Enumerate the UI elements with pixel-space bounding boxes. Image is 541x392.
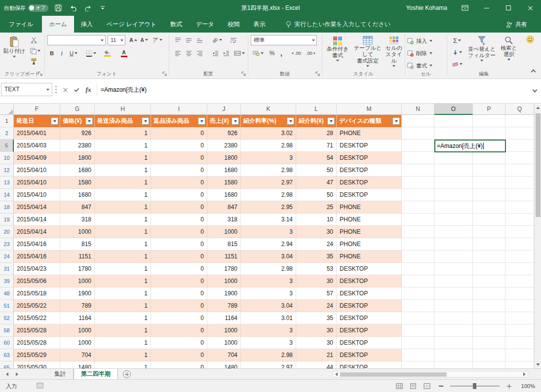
row-header-20[interactable]: 20 — [0, 226, 14, 238]
cell-J31[interactable]: 1780 — [207, 263, 241, 275]
cell-O2[interactable] — [434, 127, 473, 140]
cell-M10[interactable]: DESKTOP — [337, 152, 402, 164]
cell-H18[interactable]: 1 — [95, 201, 151, 214]
cell-K19[interactable]: 3.14 — [241, 214, 296, 226]
cell-P20[interactable] — [473, 226, 505, 238]
cell-F14[interactable]: 2015/04/10 — [14, 189, 60, 201]
cell-J2[interactable]: 926 — [207, 127, 241, 140]
row-header-60[interactable]: 60 — [0, 337, 14, 349]
row-header-2[interactable]: 2 — [0, 127, 14, 140]
font-name-combo[interactable] — [47, 35, 106, 45]
cell-G52[interactable]: 1164 — [60, 312, 95, 324]
cell-styles-button[interactable]: セルの スタイル — [384, 34, 404, 76]
cell-J51[interactable]: 789 — [207, 300, 241, 312]
cell-Q60[interactable] — [505, 337, 534, 349]
insert-function-button[interactable]: fx — [83, 84, 94, 95]
view-normal-button[interactable] — [395, 382, 404, 391]
row-header-39[interactable]: 39 — [0, 275, 14, 287]
filter-button-L1[interactable] — [327, 117, 335, 125]
cell-I52[interactable]: 0 — [151, 312, 207, 324]
cell-F23[interactable]: 2015/04/16 — [14, 238, 60, 250]
redo-button[interactable] — [83, 2, 93, 14]
format-painter-button[interactable] — [28, 57, 39, 67]
maximize-button[interactable] — [498, 0, 519, 16]
cell-M39[interactable]: DESKTOP — [337, 275, 402, 287]
cell-P14[interactable] — [473, 189, 505, 201]
cell-I23[interactable]: 0 — [151, 238, 207, 250]
cell-O65[interactable] — [434, 361, 473, 368]
cell-Q10[interactable] — [505, 152, 534, 164]
cell-F51[interactable]: 2015/05/22 — [14, 300, 60, 312]
cell-L14[interactable]: 50 — [296, 189, 337, 201]
clipboard-dialog-launcher[interactable] — [38, 71, 43, 76]
cell-K2[interactable]: 3.02 — [241, 127, 296, 140]
column-header-I[interactable]: I — [151, 104, 207, 115]
align-right-button[interactable] — [194, 48, 204, 58]
cell-I24[interactable]: 0 — [151, 250, 207, 263]
cell-J39[interactable]: 1000 — [207, 275, 241, 287]
cell-J5[interactable]: 2380 — [207, 140, 241, 152]
table-header-cell-M1[interactable]: デバイスの種類 — [337, 115, 402, 127]
cell-N24[interactable] — [402, 250, 434, 263]
font-size-combo[interactable]: 11 — [108, 35, 125, 45]
zoom-level[interactable]: 100% — [518, 383, 535, 389]
cell-O1[interactable] — [434, 115, 473, 127]
align-bottom-button[interactable] — [194, 35, 204, 45]
cell-N51[interactable] — [402, 300, 434, 312]
cell-M14[interactable]: DESKTOP — [337, 189, 402, 201]
name-box[interactable]: TEXT — [1, 83, 52, 96]
cell-N52[interactable] — [402, 312, 434, 324]
format-as-table-button[interactable]: テーブルとして 書式設定 — [352, 34, 383, 76]
cell-H58[interactable]: 1 — [95, 324, 151, 337]
cell-H19[interactable]: 1 — [95, 214, 151, 226]
cell-Q52[interactable] — [505, 312, 534, 324]
cell-K5[interactable]: 2.98 — [241, 140, 296, 152]
cell-H23[interactable]: 1 — [95, 238, 151, 250]
cell-N1[interactable] — [402, 115, 434, 127]
cell-J20[interactable]: 1000 — [207, 226, 241, 238]
cell-F63[interactable]: 2015/05/29 — [14, 349, 60, 361]
column-header-K[interactable]: K — [241, 104, 296, 115]
view-page-layout-button[interactable] — [409, 382, 418, 391]
autosum-button[interactable]: Σ — [450, 36, 464, 45]
cell-F58[interactable]: 2015/05/28 — [14, 324, 60, 337]
cell-F18[interactable]: 2015/04/14 — [14, 201, 60, 214]
cell-F24[interactable]: 2015/04/16 — [14, 250, 60, 263]
filter-button-H1[interactable] — [142, 117, 149, 125]
cell-G31[interactable]: 1780 — [60, 263, 95, 275]
cell-Q20[interactable] — [505, 226, 534, 238]
active-cell-O5[interactable]: =Amazon[売上(¥) — [434, 140, 506, 152]
cell-H10[interactable]: 1 — [95, 152, 151, 164]
cell-I65[interactable]: 0 — [151, 361, 207, 368]
cell-Q39[interactable] — [505, 275, 534, 287]
tab-file[interactable]: ファイル — [0, 16, 42, 33]
row-header-51[interactable]: 51 — [0, 300, 14, 312]
cell-K24[interactable]: 3.04 — [241, 250, 296, 263]
cell-Q65[interactable] — [505, 361, 534, 368]
insert-cells-button[interactable]: 挿入 — [407, 36, 444, 46]
cell-F60[interactable]: 2015/05/28 — [14, 337, 60, 349]
tab-formulas[interactable]: 数式 — [163, 16, 189, 33]
cell-G58[interactable]: 1000 — [60, 324, 95, 337]
format-cells-button[interactable]: 書式 — [407, 60, 444, 71]
cell-L20[interactable]: 30 — [296, 226, 337, 238]
filter-button-I1[interactable] — [198, 117, 205, 125]
filter-button-M1[interactable] — [392, 117, 400, 125]
view-page-break-button[interactable] — [423, 382, 431, 391]
decrease-indent-button[interactable] — [210, 48, 220, 58]
table-header-cell-J1[interactable]: 売上(¥) — [207, 115, 241, 127]
cell-P65[interactable] — [473, 361, 505, 368]
column-header-J[interactable]: J — [207, 104, 241, 115]
number-dialog-launcher[interactable] — [315, 71, 320, 76]
cell-K60[interactable]: 3 — [241, 337, 296, 349]
cell-P48[interactable] — [473, 287, 505, 300]
row-header-31[interactable]: 31 — [0, 263, 14, 275]
row-header-1[interactable]: 1 — [0, 115, 14, 127]
cell-F31[interactable]: 2015/04/23 — [14, 263, 60, 275]
cell-P58[interactable] — [473, 324, 505, 337]
h-scroll-left-button[interactable] — [333, 371, 340, 378]
cell-O63[interactable] — [434, 349, 473, 361]
save-button[interactable] — [53, 2, 63, 14]
row-header-10[interactable]: 10 — [0, 152, 14, 164]
table-header-cell-F1[interactable]: 発送日 — [14, 115, 60, 127]
